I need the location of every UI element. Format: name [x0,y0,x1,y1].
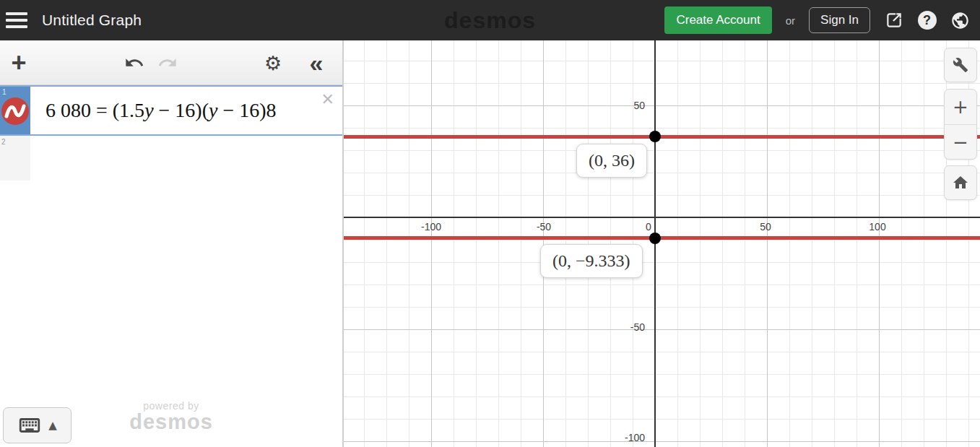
curve-y-neg9.333[interactable] [344,236,980,240]
edit-list-gear-icon[interactable]: ⚙ [259,40,287,85]
delete-expression-icon[interactable]: ✕ [321,90,334,108]
expression-2-gutter: 2 [0,136,30,181]
point-label-tooltip: (0, −9.333) [540,244,643,278]
share-icon-svg [885,11,903,30]
graph-paper[interactable]: (0, 36) (0, −9.333) -100 -50 0 50 100 50… [344,40,980,447]
graph-title[interactable]: Untitled Graph [42,12,142,29]
top-bar: Untitled Graph desmos Create Account or … [0,0,980,40]
zoom-out-button[interactable]: − [945,124,976,159]
keyboard-icon [17,413,42,438]
add-expression-button[interactable]: + [6,40,32,85]
row-number: 1 [2,88,6,96]
x-tick-label: 50 [760,221,771,233]
point-label-tooltip: (0, 36) [576,144,647,178]
share-icon[interactable] [884,11,903,30]
help-icon[interactable]: ? [917,11,937,30]
keyboard-toggle-button[interactable]: ▲ [3,407,71,443]
x-tick-label: -100 [421,221,441,233]
account-controls: Create Account or Sign In ? [664,6,970,34]
curve-style-icon[interactable] [1,97,30,129]
redo-icon [157,53,178,73]
sign-in-button[interactable]: Sign In [809,7,870,33]
graph-settings-button[interactable] [944,48,977,82]
expression-1-gutter[interactable]: 1 [0,87,30,134]
x-tick-label: 100 [869,221,885,233]
expression-1-latex: 6 080 = (1.5y − 16)(y − 16)8 [45,99,277,122]
zoom-in-button[interactable]: + [945,90,976,124]
x-tick-label: -50 [537,221,551,233]
expression-2-input[interactable] [30,136,342,181]
default-viewport-home-button[interactable] [944,165,977,200]
undo-button[interactable] [121,40,147,85]
y-tick-label: 50 [633,100,648,111]
expression-1-input[interactable]: 6 080 = (1.5y − 16)(y − 16)8 ✕ [30,87,342,134]
or-label: or [786,14,795,27]
expression-panel: + ⚙ « 1 6 080 = (1.5y − 16)(y − 16)8 [0,40,344,447]
collapse-panel-icon[interactable]: « [302,40,331,85]
x-axis [344,217,980,218]
point-0-neg9.333[interactable] [649,233,661,244]
wrench-icon [953,57,968,73]
expression-row-1[interactable]: 1 6 080 = (1.5y − 16)(y − 16)8 ✕ [0,85,342,136]
point-0-36[interactable] [649,131,661,142]
row-number: 2 [1,138,6,146]
expression-toolbar: + ⚙ « [0,40,342,85]
desmos-logo: desmos [444,7,536,34]
curve-y-36[interactable] [344,135,980,139]
x-tick-label: 0 [646,221,651,233]
globe-icon-svg [950,11,970,30]
home-icon [952,174,969,191]
create-account-button[interactable]: Create Account [664,6,771,34]
main-menu-icon[interactable] [0,0,33,40]
y-tick-label: -50 [630,321,648,333]
expression-row-2[interactable]: 2 [0,136,342,181]
y-tick-label: -100 [625,432,648,443]
chevron-up-icon: ▲ [48,419,57,432]
redo-button[interactable] [155,40,181,85]
language-globe-icon[interactable] [950,11,970,30]
zoom-controls: + − [944,89,977,160]
undo-icon [124,53,144,73]
